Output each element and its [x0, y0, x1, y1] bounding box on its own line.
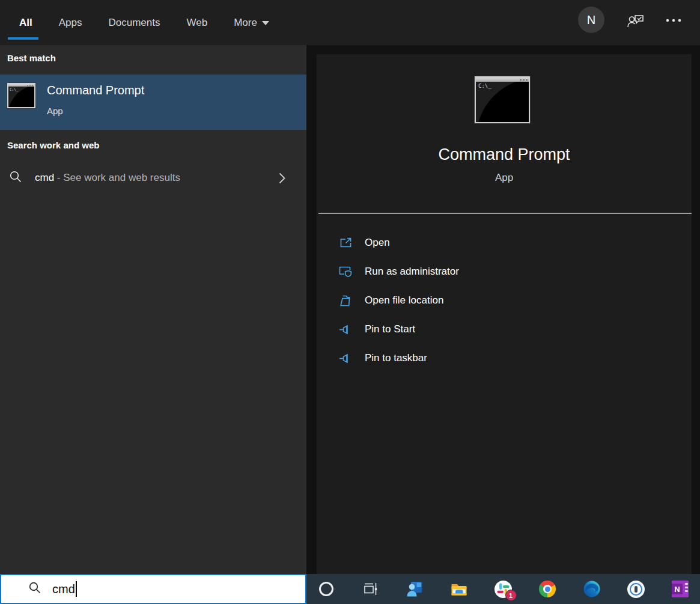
preview-subtitle: App	[317, 172, 692, 184]
text-cursor	[76, 581, 77, 597]
feedback-icon[interactable]	[626, 11, 645, 33]
best-match-subtitle: App	[47, 106, 63, 116]
onenote-icon[interactable]: N	[671, 579, 690, 599]
best-match-title: Command Prompt	[47, 84, 144, 97]
1password-icon[interactable]	[626, 579, 645, 599]
action-pin-to-start[interactable]: Pin to Start	[317, 315, 692, 344]
action-run-as-administrator-label: Run as administrator	[365, 266, 459, 278]
file-explorer-icon[interactable]	[449, 579, 469, 599]
cortana-icon[interactable]	[317, 579, 336, 599]
tab-web[interactable]: Web	[186, 0, 207, 45]
action-open[interactable]: Open	[317, 228, 692, 257]
action-run-as-administrator[interactable]: Run as administrator	[317, 257, 692, 286]
tab-all-label: All	[19, 17, 32, 29]
avatar-initial: N	[587, 13, 595, 27]
command-prompt-large-icon: C:\_	[475, 76, 530, 123]
search-results-pane: Best match C:\_ Command Prompt App Searc…	[0, 45, 306, 574]
pin-icon	[338, 322, 353, 337]
action-open-file-location[interactable]: Open file location	[317, 286, 692, 315]
cmd-icon-prompt-text: C:\_	[8, 87, 34, 91]
filter-tabs: All Apps Documents Web More	[19, 0, 269, 45]
chevron-down-icon	[262, 21, 269, 25]
action-open-label: Open	[365, 237, 390, 249]
tab-apps[interactable]: Apps	[59, 0, 82, 45]
preview-pane-background: C:\_ Command Prompt App Open	[306, 45, 700, 574]
search-filter-bar: All Apps Documents Web More N	[0, 0, 700, 45]
search-icon	[8, 169, 23, 186]
slack-icon[interactable]: 1	[494, 579, 513, 599]
action-pin-to-taskbar[interactable]: Pin to taskbar	[317, 344, 692, 373]
user-avatar[interactable]: N	[578, 7, 604, 33]
slack-notification-badge: 1	[505, 590, 517, 601]
cmd-icon-prompt-text: C:\_	[476, 82, 529, 89]
see-more-icon[interactable]	[665, 16, 684, 28]
tab-more[interactable]: More	[234, 0, 269, 45]
task-view-icon[interactable]	[361, 579, 380, 599]
chrome-icon[interactable]	[538, 579, 557, 599]
tab-apps-label: Apps	[59, 17, 82, 29]
search-input[interactable]: cmd	[52, 582, 75, 596]
suggestion-query: cmd	[35, 172, 54, 183]
search-icon	[28, 581, 42, 597]
tab-web-label: Web	[186, 17, 207, 29]
best-match-result-command-prompt[interactable]: C:\_ Command Prompt App	[0, 75, 306, 130]
preview-pane: C:\_ Command Prompt App Open	[317, 54, 692, 574]
edge-icon[interactable]	[582, 579, 601, 599]
divider	[318, 213, 692, 214]
action-pin-to-taskbar-label: Pin to taskbar	[365, 352, 427, 364]
taskbar-search-box[interactable]: cmd	[0, 574, 306, 604]
tab-documents-label: Documents	[108, 17, 160, 29]
chevron-right-icon[interactable]	[278, 171, 287, 188]
action-pin-to-start-label: Pin to Start	[365, 323, 415, 335]
preview-title: Command Prompt	[317, 145, 692, 164]
open-icon	[338, 236, 353, 250]
action-open-file-location-label: Open file location	[365, 294, 443, 307]
best-match-header: Best match	[7, 53, 56, 63]
cmd-icon-body: C:\_	[476, 82, 529, 122]
cmd-icon-titlebar	[476, 78, 529, 82]
open-file-location-icon	[338, 293, 353, 308]
tab-documents[interactable]: Documents	[108, 0, 160, 45]
cmd-icon-body: C:\_	[8, 87, 34, 107]
taskbar: 1 N	[306, 574, 700, 604]
search-work-web-header: Search work and web	[7, 140, 99, 150]
onenote-letter: N	[672, 584, 683, 594]
teams-icon[interactable]	[405, 579, 424, 599]
pin-icon	[338, 351, 353, 365]
command-prompt-icon: C:\_	[7, 83, 35, 108]
suggestion-description: - See work and web results	[57, 172, 180, 183]
run-as-administrator-icon	[338, 264, 353, 279]
tab-more-label: More	[234, 17, 257, 29]
web-search-suggestion[interactable]: cmd - See work and web results	[0, 161, 306, 195]
action-list: Open Run as administrator Open file l	[317, 228, 692, 373]
tab-all[interactable]: All	[19, 0, 32, 45]
